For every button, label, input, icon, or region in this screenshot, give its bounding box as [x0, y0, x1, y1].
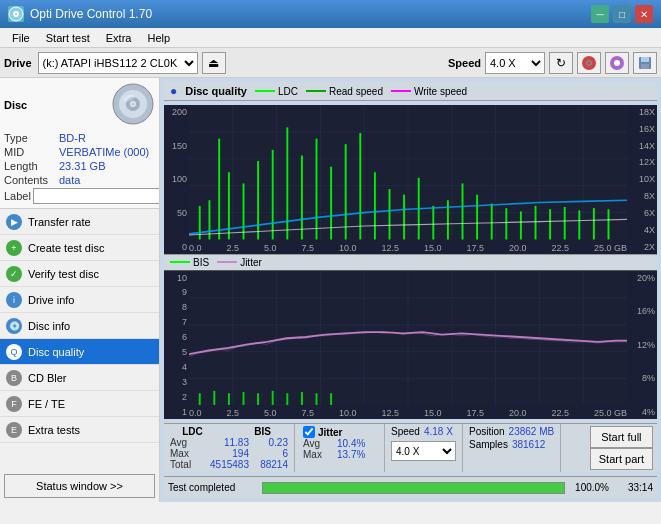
bis-max: 6 — [253, 448, 288, 459]
refresh-button[interactable]: ↻ — [549, 52, 573, 74]
svg-rect-59 — [593, 208, 595, 239]
svg-rect-48 — [432, 206, 434, 240]
svg-rect-54 — [520, 211, 522, 239]
bottom-y-axis-left: 10987654321 — [164, 271, 189, 420]
top-chart: 200150100500 18X16X14X12X10X8X6X4X2X — [164, 105, 657, 254]
top-x-axis: 0.02.55.07.510.012.515.017.520.022.525.0… — [189, 243, 627, 254]
start-part-button[interactable]: Start part — [590, 448, 653, 470]
progress-percent: 100.0% — [569, 482, 609, 493]
svg-rect-45 — [389, 189, 391, 239]
jitter-max: 13.7% — [337, 449, 365, 460]
cd-bler-label: CD Bler — [28, 372, 67, 384]
svg-rect-76 — [213, 390, 215, 405]
type-value: BD-R — [59, 132, 155, 144]
ldc-total: 4515483 — [204, 459, 249, 470]
position-label: Position — [469, 426, 505, 437]
menu-extra[interactable]: Extra — [98, 30, 140, 46]
status-window-button[interactable]: Status window >> — [4, 474, 155, 498]
fe-te-icon: F — [6, 396, 22, 412]
bottom-x-axis: 0.02.55.07.510.012.515.017.520.022.525.0… — [189, 408, 627, 419]
bottom-chart-header: BIS Jitter — [164, 254, 657, 270]
svg-rect-51 — [476, 195, 478, 240]
speed-select[interactable]: 4.0 X — [485, 52, 545, 74]
action-buttons: Start full Start part — [586, 424, 657, 472]
drive-select[interactable]: (k:) ATAPI iHBS112 2 CL0K — [38, 52, 198, 74]
max-label: Max — [170, 448, 200, 459]
jitter-legend: Jitter — [217, 257, 262, 268]
svg-rect-82 — [301, 392, 303, 405]
sidebar-item-create-test-disc[interactable]: + Create test disc — [0, 235, 159, 261]
svg-rect-78 — [243, 392, 245, 405]
length-value: 23.31 GB — [59, 160, 155, 172]
drive-label: Drive — [4, 57, 32, 69]
create-test-icon: + — [6, 240, 22, 256]
verify-test-icon: ✓ — [6, 266, 22, 282]
top-chart-svg — [189, 105, 627, 240]
speed-stat-label: Speed — [391, 426, 420, 437]
drive-info-icon: i — [6, 292, 22, 308]
settings-button[interactable] — [605, 52, 629, 74]
app-title: Opti Drive Control 1.70 — [30, 7, 152, 21]
sidebar-item-disc-info[interactable]: 💿 Disc info — [0, 313, 159, 339]
fe-te-label: FE / TE — [28, 398, 65, 410]
menu-start-test[interactable]: Start test — [38, 30, 98, 46]
write-speed-legend-label: Write speed — [414, 86, 467, 97]
mid-value: VERBATIMe (000) — [59, 146, 155, 158]
menu-help[interactable]: Help — [139, 30, 178, 46]
speed-stat-select[interactable]: 4.0 X — [391, 441, 456, 461]
sidebar-item-transfer-rate[interactable]: ▶ Transfer rate — [0, 209, 159, 235]
verify-test-label: Verify test disc — [28, 268, 99, 280]
stats-bar: LDC BIS Avg 11.83 0.23 Max 194 6 Total 4… — [164, 423, 657, 472]
total-label: Total — [170, 459, 200, 470]
extra-tests-label: Extra tests — [28, 424, 80, 436]
progress-bar-outer — [262, 482, 565, 494]
main-layout: Disc Type BD-R MI — [0, 78, 661, 502]
jitter-checkbox[interactable] — [303, 426, 315, 438]
sidebar-item-disc-quality[interactable]: Q Disc quality — [0, 339, 159, 365]
type-label: Type — [4, 132, 59, 144]
bottom-chart-area — [189, 271, 627, 406]
svg-rect-35 — [243, 183, 245, 239]
svg-rect-58 — [578, 210, 580, 239]
contents-value: data — [59, 174, 155, 186]
sidebar-item-drive-info[interactable]: i Drive info — [0, 287, 159, 313]
save-button[interactable] — [633, 52, 657, 74]
sidebar-item-cd-bler[interactable]: B CD Bler — [0, 365, 159, 391]
eject-button[interactable]: ⏏ — [202, 52, 226, 74]
svg-rect-38 — [286, 127, 288, 239]
position-value: 23862 MB — [509, 426, 555, 437]
maximize-button[interactable]: □ — [613, 5, 631, 23]
svg-rect-33 — [218, 139, 220, 240]
sidebar-item-fe-te[interactable]: F FE / TE — [0, 391, 159, 417]
chart-header: ● Disc quality LDC Read speed Write spee… — [164, 82, 657, 101]
transfer-rate-icon: ▶ — [6, 214, 22, 230]
top-y-axis-left: 200150100500 — [164, 105, 189, 254]
disc-label-input[interactable] — [33, 188, 160, 204]
svg-point-15 — [132, 103, 135, 106]
title-bar: Opti Drive Control 1.70 ─ □ ✕ — [0, 0, 661, 28]
bis-header: BIS — [245, 426, 280, 437]
sidebar-item-verify-test-disc[interactable]: ✓ Verify test disc — [0, 261, 159, 287]
menu-file[interactable]: File — [4, 30, 38, 46]
close-button[interactable]: ✕ — [635, 5, 653, 23]
start-full-button[interactable]: Start full — [590, 426, 653, 448]
bis-legend: BIS — [170, 257, 209, 268]
svg-rect-9 — [641, 57, 649, 62]
bis-legend-label: BIS — [193, 257, 209, 268]
transfer-rate-label: Transfer rate — [28, 216, 91, 228]
progress-time: 33:14 — [613, 482, 653, 493]
minimize-button[interactable]: ─ — [591, 5, 609, 23]
jitter-avg: 10.4% — [337, 438, 365, 449]
svg-rect-57 — [564, 207, 566, 240]
svg-rect-46 — [403, 195, 405, 240]
ldc-max: 194 — [204, 448, 249, 459]
ldc-legend: LDC — [255, 86, 298, 97]
disc-icon-button[interactable] — [577, 52, 601, 74]
ldc-color-swatch — [255, 90, 275, 92]
svg-rect-44 — [374, 172, 376, 239]
svg-rect-39 — [301, 155, 303, 239]
ldc-avg: 11.83 — [204, 437, 249, 448]
write-speed-color-swatch — [391, 90, 411, 92]
sidebar-item-extra-tests[interactable]: E Extra tests — [0, 417, 159, 443]
bottom-chart-svg — [189, 271, 627, 406]
